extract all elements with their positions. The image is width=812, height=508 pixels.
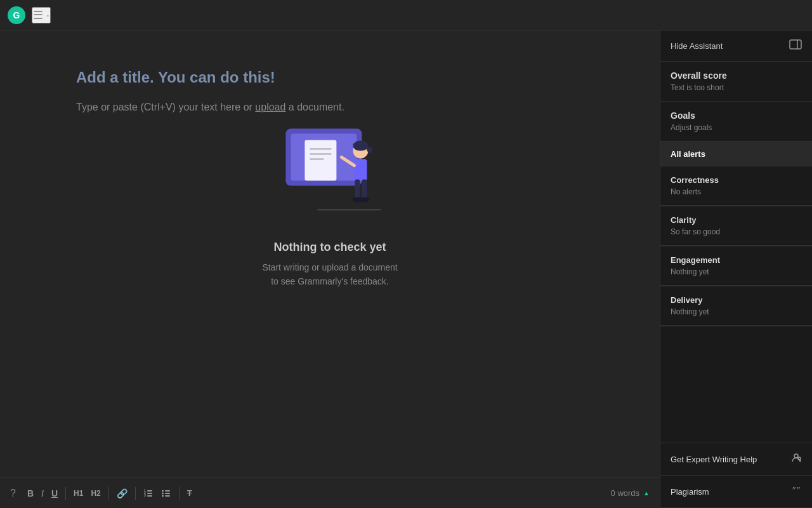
svg-rect-10 <box>355 180 360 199</box>
svg-point-24 <box>162 490 164 491</box>
svg-point-13 <box>359 197 369 203</box>
clarity-section[interactable]: Clarity So far so good <box>660 206 812 246</box>
svg-point-25 <box>162 492 164 494</box>
svg-point-29 <box>794 454 798 458</box>
svg-rect-22 <box>165 493 170 494</box>
editor-placeholder[interactable]: Type or paste (Ctrl+V) your text here or… <box>76 99 584 116</box>
correctness-title: Correctness <box>671 175 802 185</box>
svg-text:": " <box>796 486 800 495</box>
grammarly-logo[interactable]: G <box>8 6 25 24</box>
word-count: 0 words ▲ <box>611 488 650 498</box>
h1-button[interactable]: H1 <box>70 486 87 500</box>
toolbar-divider-2 <box>108 487 109 500</box>
correctness-section[interactable]: Correctness No alerts <box>660 166 812 206</box>
engagement-title: Engagement <box>671 255 802 265</box>
delivery-title: Delivery <box>671 295 802 305</box>
help-button[interactable]: ? <box>10 488 16 499</box>
right-sidebar: Hide Assistant Overall score Text is too… <box>660 30 812 508</box>
delivery-divider <box>660 326 812 326</box>
svg-text:3: 3 <box>144 493 146 497</box>
overall-score-section[interactable]: Overall score Text is too short <box>660 62 812 102</box>
goals-section[interactable]: Goals Adjust goals <box>660 102 812 142</box>
correctness-subtitle: No alerts <box>671 187 802 196</box>
delivery-section[interactable]: Delivery Nothing yet <box>660 286 812 326</box>
sidebar-header: Hide Assistant <box>660 30 812 62</box>
engagement-section[interactable]: Engagement Nothing yet <box>660 246 812 286</box>
ordered-list-button[interactable]: 1 2 3 <box>140 486 157 501</box>
svg-rect-0 <box>285 129 362 186</box>
expert-writing-label: Get Expert Writing Help <box>671 455 757 464</box>
h2-button[interactable]: H2 <box>87 486 104 500</box>
clear-format-button[interactable]: T <box>183 486 196 500</box>
expert-writing-icon <box>790 452 802 466</box>
illustration-svg <box>266 116 393 231</box>
overall-score-title: Overall score <box>671 70 802 81</box>
svg-point-12 <box>352 197 362 203</box>
nothing-to-check-heading: Nothing to check yet <box>273 241 386 254</box>
clarity-title: Clarity <box>671 215 802 225</box>
svg-rect-1 <box>291 134 357 181</box>
svg-rect-27 <box>790 40 801 49</box>
expert-writing-section[interactable]: Get Expert Writing Help <box>660 443 812 476</box>
main-layout: Nothing to check yet Start writing or up… <box>0 30 812 508</box>
start-writing-text: Start writing or upload a document to se… <box>262 260 397 289</box>
svg-point-6 <box>353 144 368 159</box>
bold-button[interactable]: B <box>23 486 37 501</box>
svg-rect-23 <box>165 495 170 497</box>
hide-assistant-label[interactable]: Hide Assistant <box>671 41 723 51</box>
svg-rect-16 <box>147 493 152 494</box>
plagiarism-icon: " " <box>790 485 802 498</box>
svg-rect-2 <box>304 140 336 181</box>
goals-subtitle: Adjust goals <box>671 123 802 132</box>
clarity-subtitle: So far so good <box>671 227 802 236</box>
italic-button[interactable]: I <box>37 486 48 501</box>
all-alerts-label: All alerts <box>671 149 705 159</box>
editor-content[interactable]: Nothing to check yet Start writing or up… <box>0 30 660 478</box>
svg-text:": " <box>792 486 796 495</box>
unordered-list-button[interactable] <box>157 486 175 501</box>
editor-title[interactable]: Add a title. You can do this! <box>76 69 584 86</box>
word-count-caret[interactable]: ▲ <box>643 490 650 497</box>
toolbar-divider-3 <box>135 487 136 500</box>
illustration-container: Nothing to check yet Start writing or up… <box>262 116 397 289</box>
toolbar-divider-1 <box>65 487 66 500</box>
goals-title: Goals <box>671 110 802 121</box>
svg-point-26 <box>162 495 164 497</box>
svg-line-9 <box>341 157 354 166</box>
plagiarism-section[interactable]: Plagiarism " " <box>660 476 812 508</box>
delivery-subtitle: Nothing yet <box>671 307 802 316</box>
upload-link[interactable]: upload <box>255 102 285 112</box>
svg-rect-21 <box>165 490 170 491</box>
hamburger-menu-button[interactable]: ☰ · <box>32 7 51 23</box>
sidebar-footer: Get Expert Writing Help Plagiarism " " <box>660 443 812 508</box>
svg-rect-17 <box>147 495 152 497</box>
link-button[interactable]: 🔗 <box>113 486 131 501</box>
all-alerts-section[interactable]: All alerts <box>660 142 812 166</box>
panel-icon[interactable] <box>789 39 802 52</box>
plagiarism-label: Plagiarism <box>671 487 709 497</box>
overall-score-subtitle: Text is too short <box>671 83 802 92</box>
topbar: G ☰ · <box>0 0 812 30</box>
underline-button[interactable]: U <box>48 486 62 501</box>
svg-rect-11 <box>362 180 367 199</box>
engagement-subtitle: Nothing yet <box>671 267 802 276</box>
svg-rect-8 <box>354 159 367 182</box>
svg-point-7 <box>353 141 368 151</box>
svg-rect-15 <box>147 490 152 491</box>
toolbar-divider-4 <box>179 487 180 500</box>
editor-area: Nothing to check yet Start writing or up… <box>0 30 660 508</box>
bottom-toolbar: ? B I U H1 H2 🔗 1 2 3 <box>0 478 660 508</box>
